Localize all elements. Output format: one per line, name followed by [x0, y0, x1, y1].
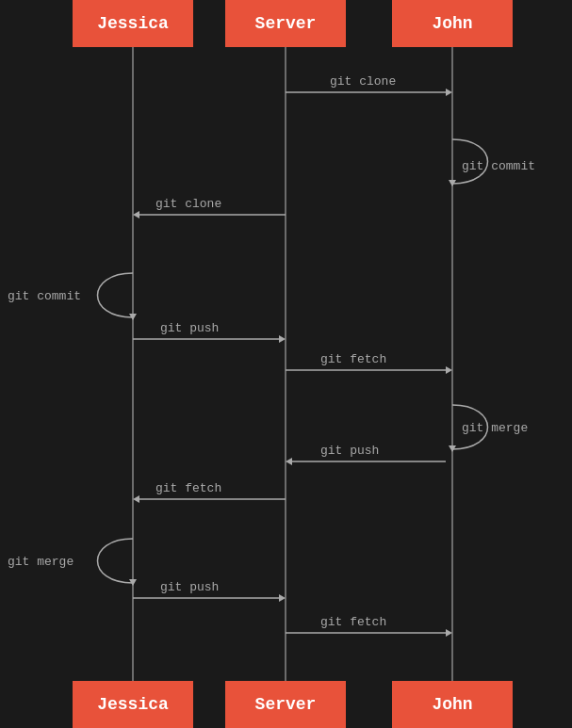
svg-text:git fetch: git fetch	[320, 352, 386, 366]
svg-text:git merge: git merge	[462, 421, 528, 435]
svg-text:git commit: git commit	[8, 289, 81, 303]
svg-marker-22	[286, 458, 292, 465]
svg-text:git clone: git clone	[155, 197, 221, 211]
svg-text:git commit: git commit	[462, 159, 535, 173]
svg-text:git push: git push	[160, 580, 219, 594]
svg-marker-33	[446, 629, 452, 637]
svg-text:git push: git push	[320, 444, 379, 458]
svg-marker-14	[279, 335, 286, 343]
svg-text:git push: git push	[160, 321, 219, 335]
actor-server-top: Server	[225, 0, 346, 47]
svg-marker-27	[129, 579, 137, 586]
diagram-svg: git clone git commit git clone git commi…	[0, 0, 572, 728]
actor-john-bottom: John	[392, 681, 513, 728]
sequence-diagram: Jessica Server John Jessica Server John …	[0, 0, 572, 728]
svg-text:git fetch: git fetch	[320, 615, 386, 629]
svg-text:git fetch: git fetch	[155, 481, 221, 495]
actor-jessica-top: Jessica	[73, 0, 193, 47]
svg-marker-6	[449, 180, 456, 186]
svg-text:git merge: git merge	[8, 555, 74, 569]
actor-john-top: John	[392, 0, 513, 47]
svg-marker-25	[133, 495, 139, 503]
svg-marker-17	[446, 366, 452, 374]
svg-marker-11	[129, 314, 137, 320]
svg-marker-30	[279, 594, 286, 602]
actor-server-bottom: Server	[225, 681, 346, 728]
svg-marker-9	[133, 211, 139, 218]
svg-text:git clone: git clone	[330, 74, 396, 89]
actor-jessica-bottom: Jessica	[73, 681, 193, 728]
svg-marker-4	[446, 89, 452, 96]
svg-marker-19	[449, 445, 456, 452]
